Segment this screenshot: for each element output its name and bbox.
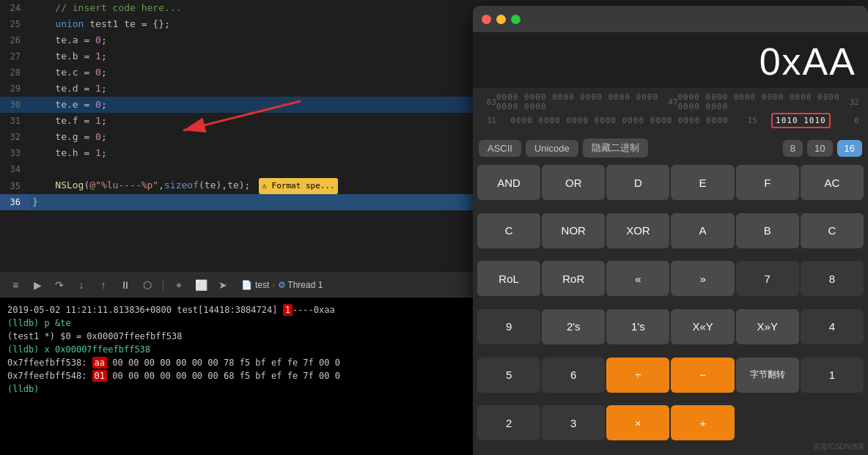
code-line-30: 30 te.e = 0; [0,97,473,113]
hide-binary-btn[interactable]: 隐藏二进制 [583,138,648,158]
console-line-5: 0x7ffeefbff538: aa 00 00 00 00 00 00 00 … [7,356,466,369]
bit-highlighted-group: 1010 1010 [771,113,831,128]
rol-btn[interactable]: RoL [477,261,540,296]
breadcrumb-thread: Thread 1 [287,280,323,290]
shift-left-btn[interactable]: « [606,261,669,296]
minimize-button[interactable] [496,15,506,24]
mode-row: ASCII Unicode 隐藏二进制 8 10 16 [473,134,868,162]
bit-row-upper: 63 0000 0000 0000 0000 0000 0000 0000 00… [482,92,859,111]
code-line-25: 25 union test1 te = {}; [0,16,473,32]
breadcrumb-project: test [255,280,269,290]
code-line-33: 33 te.h = 1; [0,145,473,161]
step-over-btn[interactable]: ↷ [50,277,69,293]
ascii-btn[interactable]: ASCII [479,140,521,157]
code-line-32: 32 te.g = 0; [0,129,473,145]
calculator-panel: 0xAA 63 0000 0000 0000 0000 0000 0000 00… [473,6,868,455]
c-hex-btn[interactable]: C [801,213,864,248]
one-btn[interactable]: 1 [801,358,864,393]
five-btn[interactable]: 5 [477,358,540,393]
code-line-35: 35 NSLog(@"%lu----%p",sizeof(te),te); ⚠ … [0,177,473,194]
code-line-29: 29 te.d = 1; [0,81,473,97]
xor-btn[interactable]: XOR [606,213,669,248]
ones-complement-btn[interactable]: 1's [606,309,669,344]
nor-btn[interactable]: NOR [542,213,605,248]
three-btn[interactable]: 3 [542,405,605,440]
console-line-4: (lldb) x 0x00007ffeefbff538 [7,343,466,356]
or-btn[interactable]: OR [542,165,605,200]
console-line-3: (test1 *) $0 = 0x00007ffeefbff538 [7,330,466,343]
xrighty-btn[interactable]: X»Y [736,309,799,344]
b-btn[interactable]: B [736,213,799,248]
breadcrumb: 📄 test › ⚙ Thread 1 [241,280,323,290]
base-10-btn[interactable]: 10 [807,140,832,157]
byte-flip-btn[interactable]: 字节翻转 [736,358,799,393]
shift-right-btn[interactable]: » [671,261,734,296]
a-btn[interactable]: A [671,213,734,248]
subtract-btn[interactable]: − [671,358,734,393]
two-btn[interactable]: 2 [477,405,540,440]
bit-row-lower: 31 0000 0000 0000 0000 0000 0000 0000 00… [482,113,859,128]
send-location-btn[interactable]: ➤ [213,277,232,293]
code-editor-panel: 24 // insert code here... 25 union test1… [0,0,473,455]
eight-btn[interactable]: 8 [801,261,864,296]
debug-toolbar: ≡ ▶ ↷ ↓ ↑ ⏸ ⬡ ⌖ ⬜ ➤ 📄 test › ⚙ Thread 1 [0,273,473,297]
pause-btn[interactable]: ⏸ [116,277,135,293]
code-line-26: 26 te.a = 0; [0,32,473,48]
code-line-27: 27 te.b = 1; [0,48,473,64]
code-area: 24 // insert code here... 25 union test1… [0,0,473,273]
divide-btn[interactable]: ÷ [606,358,669,393]
ac-btn[interactable]: AC [801,165,864,200]
base-8-btn[interactable]: 8 [783,140,803,157]
code-line-24: 24 // insert code here... [0,0,473,16]
twos-complement-btn[interactable]: 2's [542,309,605,344]
and-btn[interactable]: AND [477,165,540,200]
console-highlight-1: 1 [283,304,293,316]
e-btn[interactable]: E [671,165,734,200]
console-line-1: 2019-05-02 11:21:11.813836+0800 test[144… [7,303,466,317]
seven-btn[interactable]: 7 [736,261,799,296]
watermark: 百度/CSDN博客 [813,442,865,452]
close-button[interactable] [482,15,491,24]
console-line-6: 0x7ffeefbff548: 01 00 00 00 00 00 00 00 … [7,369,466,382]
six-btn[interactable]: 6 [542,358,605,393]
console-line-7: (lldb) [7,382,466,396]
thread-icon: ⚙ [278,280,286,290]
c-clear-btn[interactable]: C [477,213,540,248]
calculator-grid: AND OR D E F AC C NOR XOR A B C RoL RoR … [473,162,868,455]
calc-value: 0xAA [485,40,856,84]
multiply-btn[interactable]: × [606,405,669,440]
add-btn[interactable]: + [671,405,734,440]
show-console-btn[interactable]: ≡ [6,277,25,293]
title-bar [473,6,868,32]
code-line-34: 34 [0,161,473,177]
d-btn[interactable]: D [606,165,669,200]
code-line-28: 28 te.c = 0; [0,64,473,81]
four-btn[interactable]: 4 [801,309,864,344]
debug-console: 2019-05-02 11:21:11.813836+0800 test[144… [0,297,473,455]
console-line-2: (lldb) p &te [7,317,466,330]
toolbar-divider [163,279,163,291]
xlefty-btn[interactable]: X«Y [671,309,734,344]
base-16-btn[interactable]: 16 [837,140,862,157]
view-hierarchy-btn[interactable]: ⬜ [191,277,210,293]
breadcrumb-icon: 📄 [241,280,252,290]
warning-badge: ⚠ Format spe... [259,178,337,194]
breakpoint-btn[interactable]: ⬡ [138,277,157,293]
code-line-31: 31 te.f = 1; [0,113,473,129]
calculator-display: 0xAA [473,32,868,88]
unicode-btn[interactable]: Unicode [526,140,578,157]
code-line-36: 36 } [0,194,473,210]
maximize-button[interactable] [511,15,521,24]
nine-btn[interactable]: 9 [477,309,540,344]
console-highlight-01: 01 [92,370,107,382]
ror-btn[interactable]: RoR [542,261,605,296]
continue-btn[interactable]: ▶ [28,277,47,293]
f-btn[interactable]: F [736,165,799,200]
step-out-btn[interactable]: ↑ [94,277,113,293]
simulate-location-btn[interactable]: ⌖ [169,277,188,293]
bit-display: 63 0000 0000 0000 0000 0000 0000 0000 00… [473,88,868,134]
step-into-btn[interactable]: ↓ [72,277,91,293]
console-highlight-aa: aa [92,357,107,369]
